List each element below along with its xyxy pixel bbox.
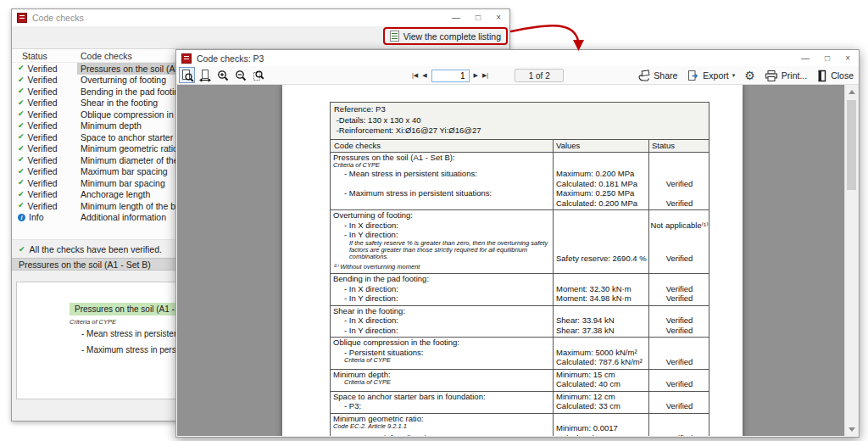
fg-window-title: Code checks: P3 xyxy=(197,53,264,64)
check-icon: ✔ xyxy=(18,76,25,84)
value-cell xyxy=(553,220,648,231)
code-check-section: Overturning of footing:- In X direction:… xyxy=(331,210,709,274)
row-status-label: Verified xyxy=(28,98,58,108)
zoom-full-page-button[interactable] xyxy=(179,67,195,83)
value-cell: Maximum: 0.250 MPa xyxy=(553,188,648,198)
check-icon: ✔ xyxy=(18,191,25,198)
all-verified-text: All the checks have been verified. xyxy=(30,244,162,254)
check-name-cell: Shear in the footing: xyxy=(331,306,553,316)
preview-criteria: Criteria of CYPE xyxy=(70,318,116,326)
settings-button[interactable]: ⚙ xyxy=(744,70,755,81)
code-check-section: Shear in the footing:- In X direction:Sh… xyxy=(331,306,709,338)
check-name-cell: ⁽¹⁾ Without overturning moment xyxy=(331,263,553,271)
maximize-icon[interactable]: □ xyxy=(476,14,481,22)
row-status-label: Verified xyxy=(28,155,58,165)
gear-icon: ⚙ xyxy=(744,70,755,81)
minimize-icon[interactable]: — xyxy=(452,14,460,22)
exit-door-icon xyxy=(816,70,827,82)
row-check-text: Additional information xyxy=(81,212,166,222)
check-name-cell: - In X direction: xyxy=(331,284,553,294)
check-icon: ✔ xyxy=(18,99,25,107)
zoom-in-button[interactable] xyxy=(214,67,231,83)
vertical-scrollbar[interactable] xyxy=(844,85,858,436)
value-cell: Calculated: 33 cm xyxy=(553,401,648,411)
scroll-down-icon[interactable] xyxy=(845,422,858,436)
status-cell xyxy=(648,188,710,198)
column-header-status: Status xyxy=(12,51,77,61)
status-cell: Verified xyxy=(648,315,710,326)
export-button[interactable]: Export ▾ xyxy=(687,70,735,82)
listing-icon xyxy=(390,31,399,42)
check-name-cell: - In Y direction: xyxy=(331,293,553,304)
value-cell: Calculated: 0.0019 xyxy=(553,433,648,437)
page-number-input[interactable] xyxy=(431,70,470,82)
share-hand-icon xyxy=(637,70,650,82)
status-cell xyxy=(648,348,710,358)
value-cell: Moment: 34.98 kN·m xyxy=(553,293,648,304)
export-icon xyxy=(687,70,699,82)
status-cell xyxy=(648,306,710,316)
info-icon: i xyxy=(18,214,25,221)
check-icon: ✔ xyxy=(19,246,25,254)
minimize-icon[interactable]: — xyxy=(801,54,810,63)
check-name-cell: Criteria of CYPE xyxy=(331,357,553,367)
status-cell xyxy=(648,338,710,348)
previous-page-button[interactable]: ◀ xyxy=(422,72,426,79)
status-cell xyxy=(648,153,710,163)
maximize-icon[interactable]: □ xyxy=(825,54,830,63)
print-label: Print... xyxy=(782,70,807,81)
value-cell: Maximum: 5000 kN/m² xyxy=(553,348,648,358)
next-page-button[interactable]: ▶ xyxy=(474,72,478,79)
status-cell xyxy=(648,169,710,179)
fit-width-button[interactable] xyxy=(197,67,213,83)
close-icon[interactable]: × xyxy=(845,54,850,63)
close-icon[interactable]: × xyxy=(496,14,501,22)
row-check-text: Bending in the pad footing xyxy=(81,87,184,97)
status-cell: Verified xyxy=(648,357,710,367)
annotation-highlight-box: View the complete listing xyxy=(383,27,508,45)
scroll-up-icon[interactable] xyxy=(845,85,858,98)
bg-titlebar: Code checks — □ × xyxy=(12,9,509,26)
row-status-label: Verified xyxy=(28,87,58,97)
report-header-block: Reference: P3 -Details: 130 x 130 x 40 -… xyxy=(331,103,709,140)
row-status-cell: ✔Verified xyxy=(12,98,77,108)
status-cell: Verified xyxy=(648,401,710,411)
screen: Code checks — □ × View the complete list… xyxy=(0,0,868,441)
value-cell xyxy=(553,162,648,169)
row-status-label: Verified xyxy=(28,64,58,74)
check-name-cell: - In Y direction: xyxy=(331,326,553,336)
value-cell xyxy=(553,240,648,247)
status-cell xyxy=(648,414,710,424)
close-viewer-button[interactable]: Close xyxy=(816,70,854,82)
row-check-text: Minimum depth xyxy=(81,120,142,131)
status-cell xyxy=(648,210,710,220)
page-navigation: |◀ ◀ ▶ ▶| 1 of 2 xyxy=(412,69,564,82)
check-name-cell: - In X direction: xyxy=(331,315,553,326)
zoom-out-button[interactable] xyxy=(232,67,248,83)
value-cell: Safety reserve: 2690.4 % xyxy=(553,254,648,264)
print-button[interactable]: Print... xyxy=(765,70,807,82)
check-name-cell: Oblique compression in the footing: xyxy=(331,338,553,348)
check-name-cell: Criteria of CYPE xyxy=(331,162,553,169)
check-name-cell xyxy=(331,179,553,189)
value-cell: Shear: 37.38 kN xyxy=(553,326,648,336)
report-body: Pressures on the soil (A1 - Set B):Crite… xyxy=(331,153,709,437)
row-status-label: Verified xyxy=(28,201,58,211)
check-name-cell: - Mean stress in persistent situations: xyxy=(331,169,553,179)
zoom-region-button[interactable] xyxy=(250,67,266,83)
row-status-label: Verified xyxy=(28,189,58,199)
status-cell xyxy=(648,423,710,433)
app-listing-icon xyxy=(17,13,27,23)
check-icon: ✔ xyxy=(18,156,25,164)
col-code-checks: Code checks xyxy=(331,140,553,152)
last-page-button[interactable]: ▶| xyxy=(482,72,488,79)
row-status-cell: ✔Verified xyxy=(12,143,77,154)
share-button[interactable]: Share xyxy=(637,70,677,82)
scrollbar-thumb[interactable] xyxy=(847,100,856,190)
value-cell: Minimum: 15 cm xyxy=(553,370,648,380)
view-complete-listing-button[interactable]: View the complete listing xyxy=(387,30,504,42)
document-page: Reference: P3 -Details: 130 x 130 x 40 -… xyxy=(282,85,743,436)
zoom-region-icon xyxy=(252,69,265,82)
row-check-text: Minimum bar spacing xyxy=(81,178,165,188)
first-page-button[interactable]: |◀ xyxy=(412,72,418,79)
